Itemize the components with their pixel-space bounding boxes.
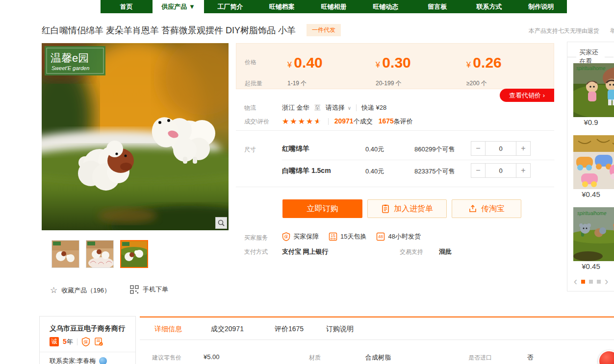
svg-text:15: 15 <box>331 233 335 238</box>
mobile-order-label: 手机下单 <box>143 285 168 294</box>
logistics-line: 浙江 金华 至 请选择 ∨ 快递 ¥28 <box>282 103 386 112</box>
reviews-count-link[interactable]: 1675 <box>379 117 394 125</box>
upload-icon <box>468 204 477 213</box>
upload-to-taobao-button[interactable]: 传淘宝 <box>452 199 521 218</box>
svg-text:48: 48 <box>378 234 383 239</box>
nav-item-album[interactable]: 旺铺相册 <box>308 0 360 13</box>
favorite-label: 收藏产品（196） <box>61 286 110 295</box>
divider <box>356 104 357 111</box>
shield-icon: 保 <box>282 232 290 241</box>
price-tier-3: ¥ 0.26 <box>466 54 502 71</box>
sku-row1-stock: 860299个可售 <box>414 145 455 154</box>
size-label: 尺寸 <box>244 146 256 154</box>
trade-support-label: 交易支持 <box>400 248 423 256</box>
product-title: 红白嘴情侣绵羊 麦朵羊肖恩羊 苔藓微景观摆件 DIY树脂饰品 小羊 <box>42 24 296 36</box>
thumbnail-1[interactable] <box>51 240 79 268</box>
thumbnail-3-selected[interactable] <box>120 240 148 268</box>
trade-support-value: 混批 <box>439 247 452 256</box>
svg-text:Sweet'E garden: Sweet'E garden <box>51 65 89 71</box>
sku-row1-quantity-stepper: − + <box>471 141 531 156</box>
favorite-product-button[interactable]: ☆ 收藏产品（196） <box>50 285 110 295</box>
clock-48-icon: 48 <box>376 232 385 241</box>
plus-button[interactable]: + <box>516 141 531 156</box>
quantity-input[interactable] <box>486 163 516 178</box>
page-dot-2[interactable] <box>589 280 593 284</box>
divider <box>328 118 329 125</box>
plus-button[interactable]: + <box>516 163 531 178</box>
next-arrow[interactable]: › <box>605 276 608 287</box>
nav-item-factory[interactable]: 工厂简介 <box>204 0 256 13</box>
nav-item-messageboard[interactable]: 留言板 <box>411 0 463 13</box>
prev-arrow[interactable]: ‹ <box>574 276 577 287</box>
price-label: 价格 <box>245 58 256 67</box>
related-product-2[interactable] <box>573 135 614 189</box>
floating-action-button[interactable] <box>598 350 614 364</box>
add-to-cart-button[interactable]: 加入进货单 <box>367 199 447 218</box>
thumbnail-2[interactable] <box>86 240 114 268</box>
moq-tier-1: 1-19 个 <box>287 79 307 88</box>
retail-price-value: ¥5.00 <box>204 353 220 361</box>
sku-row2-quantity-stepper: − + <box>471 163 531 178</box>
nav-item-contact[interactable]: 联系方式 <box>463 0 515 13</box>
clipboard-icon <box>381 204 390 213</box>
contact-seller-link[interactable]: 联系卖家:李春梅 <box>50 357 107 364</box>
to-label: 至 <box>314 103 321 112</box>
star-rating: ★★★★★ ★★★★★ <box>282 118 322 125</box>
also-viewed-panel: 买家还在看 spiritualhome ¥0.9 <box>567 42 614 291</box>
shop-name[interactable]: 义乌市豆豆电子商务商行 <box>50 324 125 333</box>
moq-tier-3: ≥200 个 <box>466 79 487 88</box>
minus-button[interactable]: − <box>471 141 486 156</box>
tab-deals[interactable]: 成交20971 <box>211 317 244 340</box>
shop-badges: 诚 5年 保 <box>50 337 103 346</box>
ship-origin: 浙江 金华 <box>282 103 309 112</box>
tab-reviews[interactable]: 评价1675 <box>275 317 304 340</box>
tab-order-instructions[interactable]: 订购说明 <box>326 317 354 340</box>
destination-select[interactable]: 请选择 ∨ <box>326 103 351 112</box>
nav-item-news[interactable]: 旺铺动态 <box>359 0 411 13</box>
tab-detail-info[interactable]: 详细信息 <box>154 317 182 340</box>
detail-tabbar: 详细信息 成交20971 评价1675 订购说明 <box>140 317 614 340</box>
minus-button[interactable]: − <box>471 163 486 178</box>
view-agent-price-button[interactable]: 查看代销价 › <box>500 89 554 102</box>
related-product-1[interactable]: spiritualhome <box>573 63 614 117</box>
nav-item-archive[interactable]: 旺铺档案 <box>256 0 308 13</box>
exchange-15days-item: 15 15天包换 <box>329 232 366 241</box>
chevron-down-icon: ∨ <box>348 105 351 111</box>
mobile-order-button[interactable]: 手机下单 <box>130 285 168 294</box>
price-tier-1: ¥ 0.40 <box>287 54 323 71</box>
shop-navbar: 首页 供应产品 ▼ 工厂简介 旺铺档案 旺铺相册 旺铺动态 留言板 联系方式 制… <box>101 0 567 13</box>
nav-item-home[interactable]: 首页 <box>101 0 153 13</box>
deals-suffix: 个成交 <box>354 118 373 125</box>
payment-methods: 支付宝 网上银行 <box>282 247 329 256</box>
sku-row1-name: 红嘴绵羊 <box>282 145 309 153</box>
page-dot-3[interactable] <box>597 280 601 284</box>
credit-badge-icon: 诚 <box>50 337 59 346</box>
price-tier-2: ¥ 0.30 <box>376 54 411 71</box>
related-product-3[interactable]: spiritualhome <box>573 207 614 261</box>
nav-item-products[interactable]: 供应产品 ▼ <box>153 0 205 13</box>
report-link[interactable]: 举报 <box>610 27 614 35</box>
nav-item-instructions[interactable]: 制作说明 <box>515 0 567 13</box>
product-page: 首页 供应产品 ▼ 工厂简介 旺铺档案 旺铺相册 旺铺动态 留言板 联系方式 制… <box>0 0 614 364</box>
svg-text:保: 保 <box>83 340 88 344</box>
watermark-logo: 温馨e园 Sweet'E garden <box>45 46 105 75</box>
related-product-1-price: ¥0.9 <box>567 118 614 126</box>
page-dot-1[interactable] <box>581 280 585 284</box>
product-main-image[interactable]: 温馨e园 Sweet'E garden <box>42 43 229 230</box>
logistics-label: 物流 <box>244 104 256 112</box>
divider <box>236 187 554 187</box>
divider <box>236 130 554 131</box>
trade-label: 成交\评价 <box>244 118 269 126</box>
divider <box>40 352 135 352</box>
price-panel: 价格 ¥ 0.40 ¥ 0.30 ¥ 0.26 起批量 1-19 个 20-19… <box>236 43 554 89</box>
svg-text:温馨e园: 温馨e园 <box>51 52 89 64</box>
magnifier-icon[interactable] <box>215 217 227 229</box>
order-now-button[interactable]: 立即订购 <box>282 199 362 218</box>
related-product-3-price: ¥0.45 <box>567 262 614 270</box>
certificate-icon <box>94 337 103 346</box>
ship-48h-item: 48 48小时发货 <box>376 232 420 241</box>
deals-count-link[interactable]: 20971 <box>334 117 354 125</box>
quantity-input[interactable] <box>486 141 516 156</box>
divider <box>77 339 77 345</box>
calendar-15-icon: 15 <box>329 232 337 241</box>
